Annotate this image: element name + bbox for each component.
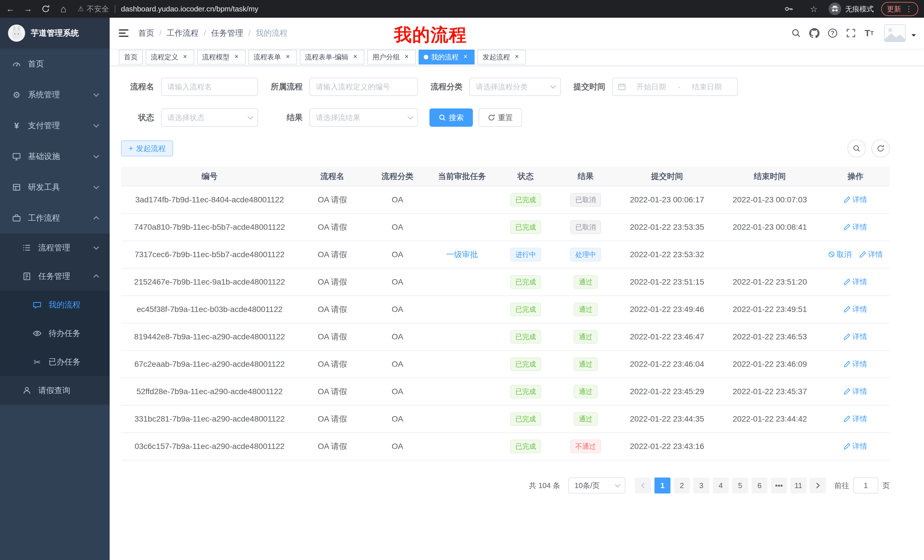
help-icon[interactable]: ? bbox=[826, 26, 840, 40]
detail-link[interactable]: 详情 bbox=[844, 304, 867, 314]
sidebar-item-devtools[interactable]: 研发工具 bbox=[0, 172, 110, 203]
page-button[interactable]: 2 bbox=[674, 478, 690, 494]
page-button[interactable]: 1 bbox=[654, 478, 670, 494]
sidebar-item-system[interactable]: ⚙ 系统管理 bbox=[0, 79, 110, 110]
fullscreen-icon[interactable] bbox=[844, 26, 858, 40]
github-icon[interactable] bbox=[807, 26, 821, 40]
reload-icon[interactable] bbox=[38, 1, 53, 16]
navbar-actions: ? TT bbox=[789, 24, 924, 42]
bookmark-star-icon[interactable]: ☆ bbox=[806, 1, 821, 16]
category-select-input[interactable] bbox=[470, 78, 560, 95]
cell-submit-time: 2022-01-22 23:51:15 bbox=[616, 268, 718, 296]
page-size-select[interactable]: 10条/页 bbox=[568, 478, 626, 494]
task-link[interactable]: 一级审批 bbox=[446, 250, 478, 259]
detail-link[interactable]: 详情 bbox=[844, 441, 867, 451]
detail-link[interactable]: 详情 bbox=[844, 386, 867, 397]
chrome-actions: ☆ 无痕模式 更新 ⋮ bbox=[778, 1, 918, 16]
result-select[interactable] bbox=[309, 108, 418, 127]
sidebar-item-workflow[interactable]: 工作流程 bbox=[0, 203, 110, 234]
tab[interactable]: 流程表单 × bbox=[248, 49, 297, 64]
cell-result: 已取消 bbox=[556, 214, 616, 241]
password-key-icon[interactable] bbox=[781, 1, 796, 16]
result-select-input[interactable] bbox=[310, 109, 417, 126]
sidebar-item-label: 首页 bbox=[28, 58, 44, 69]
page-button[interactable]: 5 bbox=[732, 478, 748, 494]
close-icon[interactable]: × bbox=[181, 53, 189, 61]
app-logo[interactable]: 芋道管理系统 bbox=[0, 18, 110, 48]
sidebar-item-leave-query[interactable]: 请假查询 bbox=[0, 376, 110, 405]
close-icon[interactable]: × bbox=[403, 53, 411, 61]
detail-link[interactable]: 详情 bbox=[844, 414, 867, 424]
process-definition-input[interactable] bbox=[310, 78, 417, 95]
refresh-table-button[interactable] bbox=[872, 139, 890, 157]
start-date-placeholder[interactable]: 开始日期 bbox=[626, 82, 677, 92]
detail-link[interactable]: 详情 bbox=[844, 195, 867, 205]
sidebar-item-my-process[interactable]: 我的流程 bbox=[0, 290, 110, 319]
avatar[interactable] bbox=[884, 24, 906, 42]
tab[interactable]: 流程定义 × bbox=[146, 49, 194, 64]
close-icon[interactable]: × bbox=[284, 53, 292, 61]
status-select-input[interactable] bbox=[162, 109, 258, 126]
toggle-search-button[interactable] bbox=[848, 139, 866, 157]
search-icon[interactable] bbox=[789, 26, 803, 40]
detail-link[interactable]: 详情 bbox=[860, 250, 883, 259]
page-button[interactable]: 3 bbox=[693, 478, 709, 494]
status-select[interactable] bbox=[161, 108, 258, 127]
page-button[interactable]: 11 bbox=[790, 478, 806, 494]
process-name-input[interactable] bbox=[162, 78, 258, 95]
tab[interactable]: 我的流程 × bbox=[418, 49, 475, 64]
sidebar-item-process-management[interactable]: 流程管理 bbox=[0, 234, 110, 262]
close-icon[interactable]: × bbox=[461, 53, 470, 61]
end-date-placeholder[interactable]: 结束日期 bbox=[681, 82, 732, 92]
sidebar-item-todo-tasks[interactable]: 待办任务 bbox=[0, 319, 110, 347]
prev-page-button[interactable] bbox=[635, 478, 651, 494]
address-bar[interactable]: ⚠ 不安全 dashboard.yudao.iocoder.cn/bpm/tas… bbox=[78, 4, 778, 14]
date-range-picker[interactable]: 开始日期 - 结束日期 bbox=[612, 78, 738, 96]
back-icon[interactable]: ← bbox=[3, 1, 18, 16]
url-text[interactable]: dashboard.yudao.iocoder.cn/bpm/task/my bbox=[121, 4, 258, 13]
menu-kebab-icon[interactable]: ⋮ bbox=[905, 5, 913, 13]
sidebar-item-task-management[interactable]: 任务管理 bbox=[0, 262, 110, 290]
breadcrumb-link[interactable]: 我的流程 bbox=[255, 28, 288, 39]
detail-link[interactable]: 详情 bbox=[844, 277, 867, 287]
sidebar-item-payment[interactable]: ¥ 支付管理 bbox=[0, 110, 110, 141]
page-button[interactable]: 4 bbox=[713, 478, 729, 494]
close-icon[interactable]: × bbox=[351, 53, 359, 61]
reset-button[interactable]: 重置 bbox=[478, 108, 522, 127]
sidebar-item-home[interactable]: 首页 bbox=[0, 48, 110, 79]
home-icon[interactable]: ⌂ bbox=[56, 1, 71, 16]
font-size-icon[interactable]: TT bbox=[862, 26, 876, 40]
sidebar-item-done-tasks[interactable]: ✂ 已办任务 bbox=[0, 347, 110, 376]
update-button[interactable]: 更新 ⋮ bbox=[881, 2, 918, 16]
tab[interactable]: 流程模型 × bbox=[197, 49, 246, 64]
search-button[interactable]: 搜索 bbox=[429, 108, 473, 127]
close-icon[interactable]: × bbox=[232, 53, 240, 61]
security-label[interactable]: 不安全 bbox=[87, 4, 109, 14]
category-select[interactable] bbox=[470, 78, 561, 96]
page-button[interactable]: ••• bbox=[771, 478, 787, 494]
tab[interactable]: 首页 × bbox=[119, 49, 143, 64]
detail-link[interactable]: 详情 bbox=[844, 332, 867, 341]
incognito-badge: 无痕模式 bbox=[829, 3, 874, 15]
breadcrumb-link[interactable]: 工作流程 bbox=[167, 28, 199, 39]
next-page-button[interactable] bbox=[810, 478, 826, 494]
cell-actions: 取消 详情 bbox=[821, 241, 890, 268]
breadcrumb-link[interactable]: 首页 bbox=[138, 28, 154, 39]
cancel-link[interactable]: 取消 bbox=[828, 250, 852, 259]
result-tag: 已取消 bbox=[570, 193, 601, 207]
detail-link[interactable]: 详情 bbox=[844, 359, 867, 369]
hamburger-icon[interactable] bbox=[119, 29, 129, 37]
breadcrumb-link[interactable]: 任务管理 bbox=[211, 28, 243, 39]
goto-page-input[interactable] bbox=[853, 478, 878, 494]
cell-submit-time: 2022-01-22 23:53:32 bbox=[616, 241, 718, 268]
tab[interactable]: 发起流程 × bbox=[477, 49, 526, 64]
avatar-caret-icon[interactable] bbox=[911, 34, 916, 39]
tab[interactable]: 流程表单-编辑 × bbox=[300, 49, 364, 64]
detail-link[interactable]: 详情 bbox=[844, 222, 867, 232]
close-icon[interactable]: × bbox=[513, 53, 521, 61]
create-process-button[interactable]: + 发起流程 bbox=[121, 141, 173, 156]
page-button[interactable]: 6 bbox=[752, 478, 768, 494]
sidebar-item-infrastructure[interactable]: 基础设施 bbox=[0, 141, 110, 172]
tab[interactable]: 用户分组 × bbox=[367, 49, 416, 64]
forward-icon[interactable]: → bbox=[21, 1, 35, 16]
